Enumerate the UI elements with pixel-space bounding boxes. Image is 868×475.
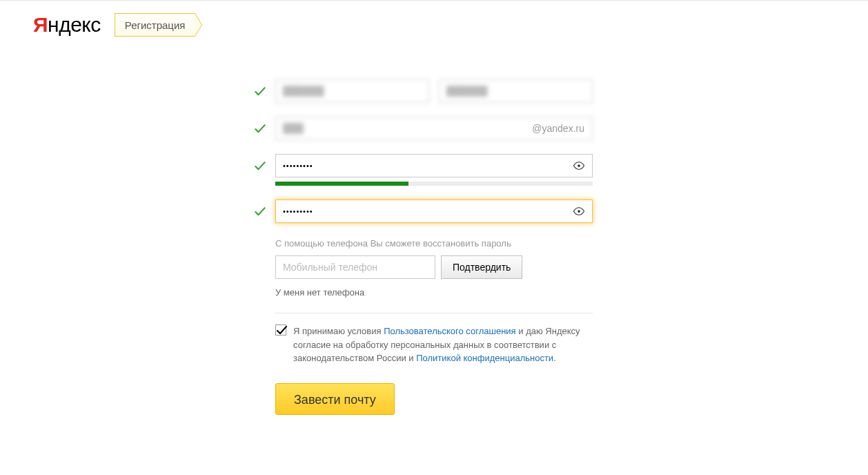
check-icon xyxy=(253,85,267,99)
login-input[interactable] xyxy=(275,117,593,140)
eye-icon[interactable] xyxy=(572,159,586,173)
submit-button[interactable]: Завести почту xyxy=(275,383,395,415)
phone-hint: С помощью телефона Вы сможете восстанови… xyxy=(275,238,593,249)
badge-label: Регистрация xyxy=(125,19,186,31)
password-strength-fill xyxy=(275,182,408,186)
svg-point-0 xyxy=(578,164,580,167)
password-confirm-input[interactable] xyxy=(275,200,593,223)
svg-point-1 xyxy=(578,210,580,213)
privacy-policy-link[interactable]: Политикой конфиденциальности xyxy=(416,353,553,363)
name-row xyxy=(275,79,593,103)
terms-checkbox[interactable] xyxy=(275,324,286,336)
check-icon xyxy=(253,122,267,136)
logo[interactable]: Яндекс xyxy=(33,13,101,37)
password-input[interactable] xyxy=(275,154,593,177)
last-name-input[interactable] xyxy=(439,79,593,103)
registration-badge: Регистрация xyxy=(115,13,196,37)
password-strength-bar xyxy=(275,182,593,186)
logo-text: ндекс xyxy=(48,13,101,36)
no-phone-link[interactable]: У меня нет телефона xyxy=(275,287,593,298)
divider xyxy=(275,313,593,313)
password-row xyxy=(275,154,593,177)
user-agreement-link[interactable]: Пользовательского соглашения xyxy=(384,326,516,336)
check-icon xyxy=(253,159,267,173)
phone-input[interactable] xyxy=(275,255,435,279)
eye-icon[interactable] xyxy=(572,204,586,218)
first-name-input[interactable] xyxy=(275,79,429,103)
registration-form: @yandex.ru С помощью телефона Вы сможете… xyxy=(275,79,593,415)
terms-suffix: . xyxy=(553,353,556,363)
confirm-button[interactable]: Подтвердить xyxy=(441,255,522,279)
login-row: @yandex.ru xyxy=(275,117,593,140)
terms-block: Я принимаю условия Пользовательского сог… xyxy=(275,324,593,365)
phone-row: Подтвердить xyxy=(275,255,593,279)
password-confirm-row xyxy=(275,200,593,223)
check-icon xyxy=(253,205,267,219)
terms-prefix: Я принимаю условия xyxy=(293,326,384,336)
logo-accent: Я xyxy=(33,13,48,36)
header: Яндекс Регистрация xyxy=(0,1,868,45)
